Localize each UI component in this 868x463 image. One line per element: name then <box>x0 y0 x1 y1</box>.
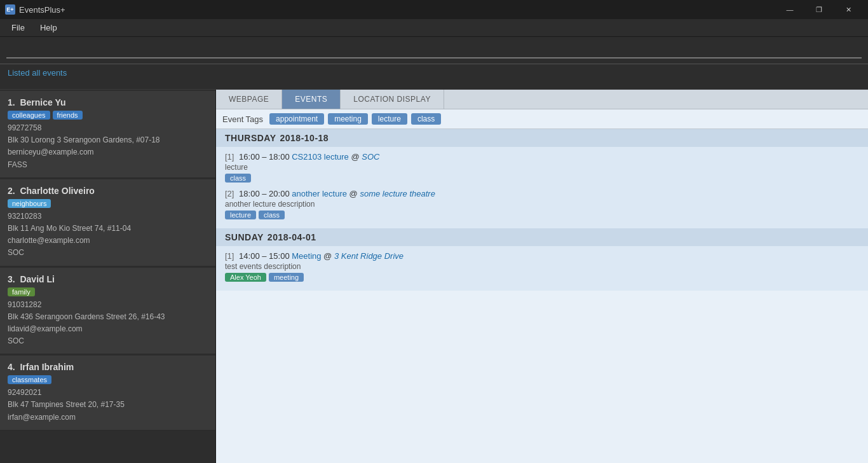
contact-card[interactable]: 1. Bernice Yu colleaguesfriends 99272758… <box>0 91 215 178</box>
contact-email: berniceyu@example.com <box>8 148 94 156</box>
event-item: [1] 14:00 – 15:00 Meeting @ 3 Kent Ridge… <box>225 251 859 282</box>
status-top: Listed all events <box>0 64 868 90</box>
event-line1: [1] 16:00 – 18:00 CS2103 lecture @ SOC <box>225 152 859 162</box>
contact-address: Blk 11 Ang Mo Kio Street 74, #11-04 <box>8 224 131 233</box>
close-button[interactable]: ✕ <box>834 0 863 19</box>
event-time: 18:00 – 20:00 <box>239 189 292 198</box>
day-header: THURSDAY2018-10-18 <box>216 129 868 147</box>
event-item-tag: meeting <box>269 273 304 282</box>
day-name: THURSDAY <box>225 133 276 143</box>
event-title[interactable]: Meeting <box>292 251 321 261</box>
contact-tags: classmates <box>8 375 208 384</box>
event-line1: [2] 18:00 – 20:00 another lecture @ some… <box>225 189 859 198</box>
contact-tag: colleagues <box>8 111 50 120</box>
events-content: THURSDAY2018-10-18 [1] 16:00 – 18:00 CS2… <box>216 129 868 463</box>
tab-webpage[interactable]: WEBPAGE <box>216 90 282 109</box>
contact-email: lidavid@example.com <box>8 324 83 333</box>
event-filter-tag-meeting[interactable]: meeting <box>328 113 368 125</box>
event-filter-tag-appointment[interactable]: appointment <box>269 113 324 125</box>
contact-name: 2. Charlotte Oliveiro <box>8 186 208 196</box>
contact-tags: family <box>8 287 208 296</box>
contact-phone: 91031282 <box>8 300 41 309</box>
event-title[interactable]: CS2103 lecture <box>292 152 349 162</box>
day-section: SUNDAY2018-04-01 [1] 14:00 – 15:00 Meeti… <box>216 228 868 291</box>
contact-tags: colleaguesfriends <box>8 111 208 120</box>
event-item-tag: class <box>259 211 285 219</box>
menu-help[interactable]: Help <box>34 20 64 35</box>
contact-tag: neighbours <box>8 199 51 208</box>
event-item-tags: class <box>225 174 859 183</box>
event-index: [1] <box>225 251 234 261</box>
event-time: 16:00 – 18:00 <box>239 152 292 162</box>
event-time: 14:00 – 15:00 <box>239 251 292 261</box>
event-location: 3 Kent Ridge Drive <box>334 251 403 261</box>
contact-phone: 93210283 <box>8 212 41 221</box>
event-filter-tag-lecture[interactable]: lecture <box>372 113 407 125</box>
contact-faculty: SOC <box>8 248 24 257</box>
contact-address: Blk 436 Serangoon Gardens Street 26, #16… <box>8 312 165 321</box>
titlebar-controls: — ❐ ✕ <box>775 0 863 19</box>
event-location: SOC <box>362 152 379 162</box>
day-section: THURSDAY2018-10-18 [1] 16:00 – 18:00 CS2… <box>216 129 868 228</box>
contact-faculty: FASS <box>8 160 27 169</box>
event-description: another lecture description <box>225 200 859 209</box>
contact-info: 91031282Blk 436 Serangoon Gardens Street… <box>8 299 208 348</box>
event-filter-tag-class[interactable]: class <box>411 113 441 125</box>
contact-card[interactable]: 4. Irfan Ibrahim classmates 92492021Blk … <box>0 356 215 431</box>
event-at: @ <box>323 251 334 261</box>
event-item-tags: Alex Yeohmeeting <box>225 273 859 282</box>
event-list: [1] 14:00 – 15:00 Meeting @ 3 Kent Ridge… <box>216 246 868 291</box>
contact-tag: family <box>8 287 35 296</box>
app-title: EventsPlus+ <box>19 5 65 15</box>
search-input[interactable] <box>6 42 862 59</box>
event-location: some lecture theatre <box>360 189 435 198</box>
menu-file[interactable]: File <box>5 20 31 35</box>
contacts-panel: 1. Bernice Yu colleaguesfriends 99272758… <box>0 90 216 463</box>
contact-tag: friends <box>53 111 83 120</box>
contact-phone: 92492021 <box>8 388 41 397</box>
contact-address: Blk 47 Tampines Street 20, #17-35 <box>8 400 125 409</box>
event-item-tag: class <box>225 174 251 183</box>
event-description: lecture <box>225 163 859 172</box>
searchbar <box>0 37 868 64</box>
main-area: 1. Bernice Yu colleaguesfriends 99272758… <box>0 90 868 463</box>
titlebar: E+ EventsPlus+ — ❐ ✕ <box>0 0 868 19</box>
contact-tag: classmates <box>8 375 51 384</box>
day-date: 2018-10-18 <box>280 133 329 143</box>
event-line1: [1] 14:00 – 15:00 Meeting @ 3 Kent Ridge… <box>225 251 859 261</box>
tabs: WEBPAGEEVENTSLOCATION DISPLAY <box>216 90 868 109</box>
contact-faculty: SOC <box>8 336 24 345</box>
contact-card[interactable]: 2. Charlotte Oliveiro neighbours 9321028… <box>0 179 215 266</box>
event-item-tag: lecture <box>225 211 256 219</box>
contact-name: 4. Irfan Ibrahim <box>8 362 208 372</box>
tab-location-display[interactable]: LOCATION DISPLAY <box>341 90 444 109</box>
event-at: @ <box>351 152 362 162</box>
event-item-tag: Alex Yeoh <box>225 273 266 282</box>
event-list: [1] 16:00 – 18:00 CS2103 lecture @ SOC l… <box>216 147 868 228</box>
event-description: test events description <box>225 262 859 271</box>
event-item-tags: lectureclass <box>225 211 859 219</box>
contact-info: 93210283Blk 11 Ang Mo Kio Street 74, #11… <box>8 211 208 259</box>
tab-events[interactable]: EVENTS <box>282 90 341 109</box>
status-message: Listed all events <box>8 68 67 78</box>
day-header: SUNDAY2018-04-01 <box>216 228 868 246</box>
minimize-button[interactable]: — <box>775 0 804 19</box>
event-title[interactable]: another lecture <box>292 189 347 198</box>
contact-info: 92492021Blk 47 Tampines Street 20, #17-3… <box>8 387 208 424</box>
day-name: SUNDAY <box>225 232 264 242</box>
right-panel: WEBPAGEEVENTSLOCATION DISPLAY Event Tags… <box>216 90 868 463</box>
event-tags-row: Event Tags appointmentmeetinglectureclas… <box>216 109 868 129</box>
day-date: 2018-04-01 <box>268 232 316 242</box>
contact-email: charlotte@example.com <box>8 236 90 245</box>
contact-address: Blk 30 Lorong 3 Serangoon Gardens, #07-1… <box>8 135 160 144</box>
contact-name: 3. David Li <box>8 274 208 284</box>
event-index: [2] <box>225 189 234 198</box>
menubar: File Help <box>0 19 868 37</box>
app-icon: E+ <box>5 4 15 15</box>
event-at: @ <box>349 189 360 198</box>
contact-phone: 99272758 <box>8 123 41 132</box>
contact-card[interactable]: 3. David Li family 91031282Blk 436 Seran… <box>0 268 215 355</box>
contact-info: 99272758Blk 30 Lorong 3 Serangoon Garden… <box>8 122 208 171</box>
event-item: [1] 16:00 – 18:00 CS2103 lecture @ SOC l… <box>225 152 859 183</box>
restore-button[interactable]: ❐ <box>804 0 834 19</box>
